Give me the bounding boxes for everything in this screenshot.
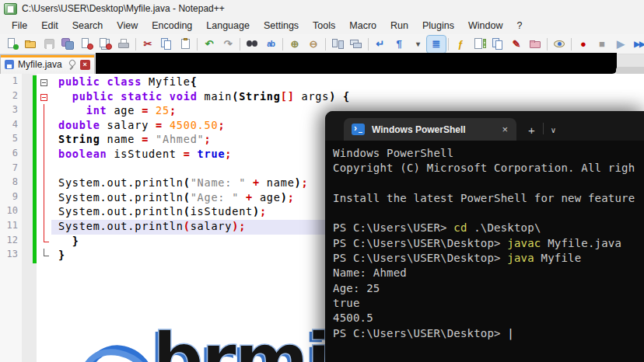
fold-marker[interactable] xyxy=(37,133,51,148)
menu-macro[interactable]: Macro xyxy=(342,19,383,33)
line-number: 3 xyxy=(0,104,22,119)
zoom-out-button[interactable]: ⊖ xyxy=(304,36,323,53)
menu-file[interactable]: File xyxy=(5,19,34,33)
line-number: 2 xyxy=(0,90,22,105)
menu-help[interactable]: ? xyxy=(509,19,529,33)
replace-icon: ab xyxy=(267,40,275,48)
chevron-down-icon[interactable]: ∨ xyxy=(551,126,556,134)
terminal-line: PS C:\Users\USER> cd .\Desktop\ xyxy=(333,221,644,236)
fold-marker[interactable] xyxy=(37,235,51,249)
terminal-window: Windows PowerShell × + ∨ Windows PowerSh… xyxy=(325,111,644,362)
print-button[interactable] xyxy=(114,36,133,53)
toolbar-separator xyxy=(368,38,369,50)
word-wrap-button[interactable]: ↵ xyxy=(371,36,390,53)
menu-tools[interactable]: Tools xyxy=(306,19,342,33)
code-text: public class Myfile{ xyxy=(51,75,644,90)
menu-edit[interactable]: Edit xyxy=(34,19,65,33)
fold-marker[interactable] xyxy=(37,220,51,235)
fold-marker[interactable] xyxy=(37,205,51,220)
terminal-line: Age: 25 xyxy=(333,282,644,297)
close-all-icon xyxy=(99,38,112,50)
show-all-characters-icon: ¶ xyxy=(396,39,401,49)
toolbar-separator xyxy=(240,38,240,50)
menu-view[interactable]: View xyxy=(110,19,145,33)
menu-plugins[interactable]: Plugins xyxy=(415,19,461,33)
terminal-title-bar[interactable]: Windows PowerShell × + ∨ xyxy=(325,111,644,141)
fold-marker[interactable] xyxy=(37,148,51,162)
new-tab-button[interactable]: + xyxy=(528,124,535,136)
show-indent-guide-button[interactable]: ≣ xyxy=(427,36,446,53)
fold-marker[interactable] xyxy=(37,104,51,119)
notepad-plus-plus-icon xyxy=(4,3,17,15)
copy-icon xyxy=(160,38,173,50)
menu-search[interactable]: Search xyxy=(65,19,110,33)
find-button[interactable] xyxy=(243,36,261,53)
save-all-button[interactable] xyxy=(58,36,77,53)
show-all-characters-button[interactable]: ¶ xyxy=(390,36,408,53)
function-list-button[interactable]: ✎ xyxy=(507,36,526,53)
close-all-button[interactable] xyxy=(96,36,114,53)
menu-window[interactable]: Window xyxy=(461,19,509,33)
save-file-button[interactable] xyxy=(40,36,58,53)
sync-horizontal-scroll-button[interactable] xyxy=(347,36,366,53)
sync-vertical-scroll-icon xyxy=(331,38,345,50)
fold-marker[interactable] xyxy=(37,119,51,134)
fold-marker[interactable] xyxy=(37,249,51,263)
zoom-in-button[interactable]: ⊕ xyxy=(285,36,304,53)
redacted-region xyxy=(96,53,617,74)
folder-as-workspace-button[interactable] xyxy=(526,36,544,53)
terminal-line: PS C:\Users\USER\Desktop> | xyxy=(333,327,644,342)
macro-stop-button[interactable]: ■ xyxy=(593,36,611,53)
macro-record-button[interactable]: ● xyxy=(574,36,593,53)
save-file-icon xyxy=(43,38,56,50)
fold-marker[interactable] xyxy=(37,75,51,90)
fold-marker[interactable] xyxy=(37,162,51,177)
terminal-line: true xyxy=(333,297,644,312)
sync-vertical-scroll-button[interactable] xyxy=(328,36,347,53)
toolbar-dropdown-icon: ▾ xyxy=(416,40,419,48)
fold-marker[interactable] xyxy=(37,191,51,206)
close-file-button[interactable] xyxy=(77,36,96,53)
terminal-output[interactable]: Windows PowerShellCopyright (C) Microsof… xyxy=(325,141,644,362)
macro-run-multiple-button[interactable]: ▶▶ xyxy=(630,36,644,53)
toolbar-dropdown-button[interactable]: ▾ xyxy=(408,36,427,53)
copy-button[interactable] xyxy=(157,36,176,53)
line-number: 6 xyxy=(0,148,22,162)
code-line-2: 2 public static void main(String[] args)… xyxy=(0,90,644,105)
bookmark-cell xyxy=(22,162,33,177)
code-line-1: 1public class Myfile{ xyxy=(0,75,644,90)
function-completion-button[interactable]: ƒ xyxy=(451,36,470,53)
menu-language[interactable]: Language xyxy=(199,19,257,33)
bookmark-cell xyxy=(22,104,33,119)
menu-run[interactable]: Run xyxy=(383,19,415,33)
show-indent-guide-icon: ≣ xyxy=(432,39,441,49)
paste-button[interactable] xyxy=(176,36,194,53)
redo-button[interactable]: ↷ xyxy=(219,36,237,53)
terminal-tab-close-button[interactable]: × xyxy=(499,124,510,135)
tab-close-button[interactable]: × xyxy=(80,60,90,70)
terminal-tab-powershell[interactable]: Windows PowerShell × xyxy=(344,118,516,141)
pin-tab-icon[interactable] xyxy=(67,60,76,70)
document-map-button[interactable] xyxy=(470,36,488,53)
tab-myfile-java[interactable]: Myfile.java × xyxy=(0,54,95,74)
menu-settings[interactable]: Settings xyxy=(257,19,306,33)
replace-button[interactable]: ab xyxy=(261,36,280,53)
monitoring-button[interactable] xyxy=(550,36,569,53)
paste-icon xyxy=(179,38,192,50)
tab-divider xyxy=(543,123,544,134)
open-file-button[interactable] xyxy=(21,36,40,53)
toolbar-separator xyxy=(282,38,283,50)
cut-button[interactable]: ✂ xyxy=(138,36,157,53)
terminal-line xyxy=(333,177,644,192)
undo-button[interactable]: ↶ xyxy=(200,36,219,53)
document-list-button[interactable] xyxy=(488,36,507,53)
brmj-logo-text: brmj xyxy=(152,318,329,362)
fold-marker[interactable] xyxy=(37,90,51,105)
macro-play-button[interactable]: ▶ xyxy=(611,36,630,53)
new-file-button[interactable] xyxy=(2,36,21,53)
code-text: public static void main(String[] args) { xyxy=(51,90,644,105)
fold-marker[interactable] xyxy=(37,176,51,191)
brmj-logo: A brmj xyxy=(75,339,331,362)
notepad-title-bar[interactable]: C:\Users\USER\Desktop\Myfile.java - Note… xyxy=(0,0,644,17)
menu-encoding[interactable]: Encoding xyxy=(145,19,199,33)
